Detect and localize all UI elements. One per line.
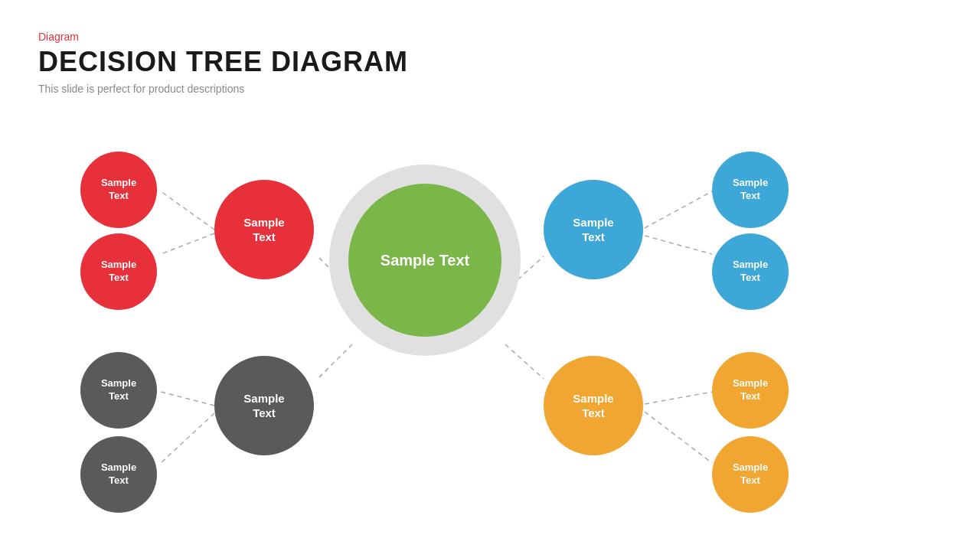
svg-line-4 [161, 413, 214, 463]
svg-line-10 [645, 412, 712, 463]
svg-line-3 [161, 392, 214, 406]
gray-mid-node[interactable]: SampleText [214, 356, 314, 455]
header: Diagram DECISION TREE DIAGRAM This slide… [38, 31, 408, 95]
orange-br-node[interactable]: SampleText [712, 436, 789, 513]
red-mid-label: SampleText [243, 215, 284, 245]
center-node-label: Sample Text [381, 249, 469, 271]
svg-line-1 [161, 233, 214, 254]
red-bl-label: SampleText [101, 259, 136, 285]
header-subtitle: This slide is perfect for product descri… [38, 83, 408, 95]
svg-line-7 [645, 236, 712, 254]
gray-bl2-node[interactable]: SampleText [80, 436, 157, 513]
svg-line-0 [161, 191, 214, 230]
orange-tr-label: SampleText [733, 377, 768, 403]
red-bl-node[interactable]: SampleText [80, 233, 157, 310]
gray-bl1-label: SampleText [101, 377, 136, 403]
svg-line-9 [645, 392, 712, 404]
svg-line-5 [318, 344, 352, 379]
center-node-inner[interactable]: Sample Text [348, 184, 501, 337]
red-mid-node[interactable]: SampleText [214, 180, 314, 279]
blue-tr-label: SampleText [733, 177, 768, 203]
orange-mid-label: SampleText [573, 391, 613, 421]
blue-mid-label: SampleText [573, 215, 613, 245]
orange-mid-node[interactable]: SampleText [544, 356, 643, 455]
orange-br-label: SampleText [733, 461, 768, 487]
red-tl-node[interactable]: SampleText [80, 152, 157, 228]
gray-bl1-node[interactable]: SampleText [80, 352, 157, 429]
blue-br-node[interactable]: SampleText [712, 233, 789, 310]
red-tl-label: SampleText [101, 177, 136, 203]
gray-bl2-label: SampleText [101, 461, 136, 487]
blue-tr-node[interactable]: SampleText [712, 152, 789, 228]
header-title: DECISION TREE DIAGRAM [38, 46, 408, 78]
blue-mid-node[interactable]: SampleText [544, 180, 643, 279]
blue-br-label: SampleText [733, 259, 768, 285]
svg-line-6 [645, 191, 712, 228]
header-label: Diagram [38, 31, 408, 43]
diagram-area: .dash { stroke: #aaaaaa; stroke-width: 1… [0, 107, 980, 536]
gray-mid-label: SampleText [243, 391, 284, 421]
orange-tr-node[interactable]: SampleText [712, 352, 789, 429]
svg-line-11 [505, 344, 544, 379]
